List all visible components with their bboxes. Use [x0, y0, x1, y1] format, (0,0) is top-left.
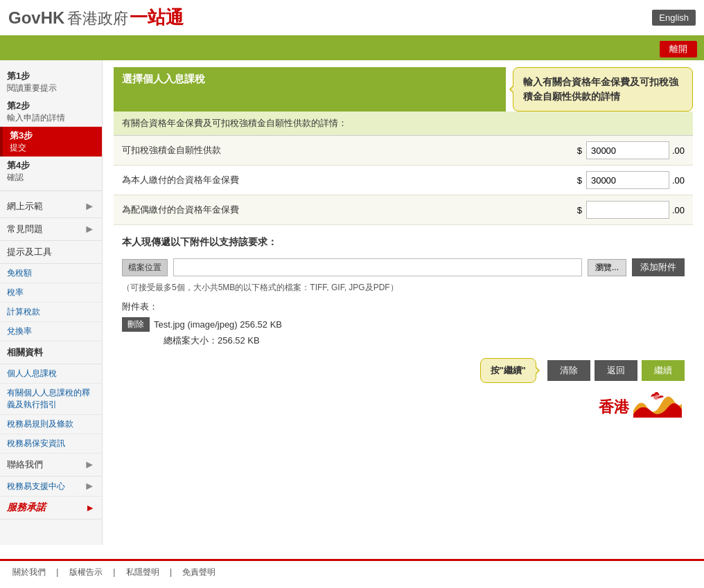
header: Gov HK 香港政府 一站通 English [0, 0, 704, 38]
sidebar-contact[interactable]: 聯絡我們 ► [0, 454, 102, 476]
sidebar-faq[interactable]: 常見問題 ► [0, 218, 102, 241]
cents-2: .00 [672, 175, 685, 186]
step2-label: 輸入申請的詳情 [7, 112, 95, 124]
file-hint: （可接受最多5個，大小共5MB的以下格式的檔案：TIFF, GIF, JPG及P… [114, 280, 693, 298]
logo-highlight: 一站通 [130, 6, 184, 30]
field1-input[interactable] [586, 141, 669, 159]
section-desc: 有關合資格年金保費及可扣稅強積金自願性供款的詳情： [114, 112, 693, 136]
footer-copyright[interactable]: 版權告示 [69, 567, 103, 577]
field3-input[interactable] [586, 201, 669, 219]
sidebar-step4[interactable]: 第4步 確認 [0, 157, 102, 186]
field2-input[interactable] [586, 171, 669, 189]
field1-label: 可扣稅強積金自願性供款 [122, 144, 577, 157]
link3-label: 稅務易規則及條款 [7, 418, 73, 430]
section-header-row: 選擇個人入息課稅 輸入有關合資格年金保費及可扣稅強積金自願性供款的詳情 [114, 67, 693, 112]
field3-label: 為配偶繳付的合資格年金保費 [122, 204, 577, 216]
form-row-3: 為配偶繳付的合資格年金保費 $ .00 [114, 195, 693, 225]
sidebar-link1[interactable]: 個人人息課稅 [0, 364, 102, 384]
sidebar-support[interactable]: 稅務易支援中心 ► [0, 476, 102, 497]
sidebar-link3[interactable]: 稅務易規則及條款 [0, 415, 102, 434]
footer-sep1: | [56, 567, 58, 577]
back-button[interactable]: 返回 [595, 360, 637, 381]
file-input[interactable] [173, 258, 582, 276]
file-entry: 刪除 Test.jpg (image/jpeg) 256.52 KB [114, 316, 693, 333]
sidebar-exchange[interactable]: 兌換率 [0, 322, 102, 341]
support-arrow-icon: ► [84, 480, 95, 492]
sidebar-demo[interactable]: 網上示範 ► [0, 195, 102, 218]
step2-num: 第2步 [7, 100, 95, 112]
add-attachment-button[interactable]: 添加附件 [632, 258, 685, 276]
clear-button[interactable]: 清除 [547, 360, 590, 381]
sidebar-calc[interactable]: 計算稅款 [0, 303, 102, 322]
dollar-sign-1: $ [577, 145, 582, 156]
demo-label: 網上示範 [7, 200, 43, 213]
footer-links: 關於我們 | 版權告示 | 私隱聲明 | 免責聲明 [8, 567, 220, 578]
contact-label: 聯絡我們 [7, 458, 43, 471]
file-label: 檔案位置 [122, 259, 168, 276]
logo-hk: HK [41, 8, 65, 28]
hk-bauhinia-icon [633, 390, 682, 418]
sidebar-step1[interactable]: 第1步 閱讀重要提示 [0, 67, 102, 97]
cents-1: .00 [672, 145, 685, 156]
service-label: 服務承諾 [7, 501, 46, 514]
step3-num: 第3步 [10, 130, 95, 142]
rate-label: 稅率 [7, 287, 24, 299]
footer-sep3: | [170, 567, 172, 577]
logo: Gov HK 香港政府 一站通 [8, 6, 184, 30]
link2-label: 有關個人人息課稅的釋義及執行指引 [7, 387, 95, 411]
divider1 [0, 190, 102, 191]
form-row-1: 可扣稅強積金自願性供款 $ .00 [114, 136, 693, 166]
file-entry-name: Test.jpg (image/jpeg) 256.52 KB [154, 319, 282, 330]
step3-label: 提交 [10, 142, 95, 154]
step4-num: 第4步 [7, 159, 95, 172]
sidebar-link4[interactable]: 稅務易保安資訊 [0, 434, 102, 454]
attach-title: 本人現傳遞以下附件以支持該要求： [114, 236, 693, 249]
continue-button[interactable]: 繼續 [642, 360, 685, 381]
footer-privacy[interactable]: 私隱聲明 [126, 567, 159, 577]
footer-about[interactable]: 關於我們 [12, 567, 46, 577]
exchange-label: 兌換率 [7, 326, 32, 337]
logout-button[interactable]: 離開 [660, 41, 697, 57]
support-label: 稅務易支援中心 [7, 481, 65, 492]
buttons-container: 清除 返回 繼續 [547, 360, 685, 381]
language-button[interactable]: English [652, 10, 696, 26]
main-content: 選擇個人入息課稅 輸入有關合資格年金保費及可扣稅強積金自願性供款的詳情 有關合資… [103, 60, 704, 545]
dollar-sign-2: $ [577, 175, 582, 186]
browse-button[interactable]: 瀏覽... [588, 259, 626, 276]
sidebar-link2[interactable]: 有關個人人息課稅的釋義及執行指引 [0, 384, 102, 415]
sidebar-related-title: 相關資料 [0, 341, 102, 364]
sidebar: 第1步 閱讀重要提示 第2步 輸入申請的詳情 第3步 提交 第4步 確認 網上示… [0, 60, 103, 545]
faq-label: 常見問題 [7, 223, 43, 235]
demo-arrow-icon: ► [84, 200, 95, 213]
calc-label: 計算稅款 [7, 306, 40, 318]
svg-point-0 [653, 394, 659, 400]
sidebar-exempt[interactable]: 免稅額 [0, 264, 102, 283]
sidebar-tools[interactable]: 提示及工具 [0, 241, 102, 264]
sidebar-rate[interactable]: 稅率 [0, 283, 102, 303]
tooltip2-arrow-inner-icon [534, 366, 543, 375]
link4-label: 稅務易保安資訊 [7, 438, 65, 449]
faq-arrow-icon: ► [84, 223, 95, 235]
contact-arrow-icon: ► [84, 458, 95, 471]
tooltip2-bubble: 按"繼續" [480, 358, 536, 383]
footer-disclaimer[interactable]: 免責聲明 [182, 567, 215, 577]
tooltip-bubble: 輸入有關合資格年金保費及可扣稅強積金自願性供款的詳情 [513, 67, 693, 112]
cents-3: .00 [672, 205, 685, 215]
logo-gov: Gov [8, 8, 41, 28]
sidebar-step2[interactable]: 第2步 輸入申請的詳情 [0, 97, 102, 127]
file-row: 檔案位置 瀏覽... 添加附件 [114, 254, 693, 280]
field2-label: 為本人繳付的合資格年金保費 [122, 174, 577, 186]
sidebar-service[interactable]: 服務承諾 ► [0, 497, 102, 519]
sidebar-step3[interactable]: 第3步 提交 [0, 127, 102, 157]
total-size: 總檔案大小：256.52 KB [114, 333, 693, 351]
section-title: 選擇個人入息課稅 [114, 67, 506, 112]
footer: 關於我們 | 版權告示 | 私隱聲明 | 免責聲明 [0, 559, 704, 584]
layout: 第1步 閱讀重要提示 第2步 輸入申請的詳情 第3步 提交 第4步 確認 網上示… [0, 60, 704, 545]
step4-label: 確認 [7, 172, 95, 184]
step1-label: 閱讀重要提示 [7, 82, 95, 94]
tools-label: 提示及工具 [7, 246, 52, 258]
exempt-label: 免稅額 [7, 267, 32, 279]
logo-chinese: 香港政府 [67, 8, 128, 29]
delete-button[interactable]: 刪除 [122, 317, 150, 332]
hk-logo-text: 香港 [599, 397, 629, 418]
